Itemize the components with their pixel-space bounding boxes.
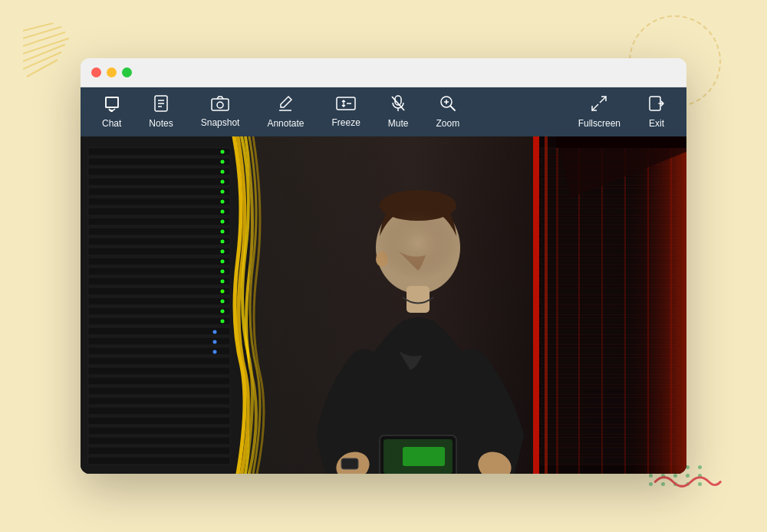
svg-rect-55 <box>88 407 230 415</box>
snapshot-icon <box>211 96 229 113</box>
exit-label: Exit <box>649 118 664 129</box>
svg-point-137 <box>349 194 487 317</box>
svg-point-78 <box>221 290 225 294</box>
svg-rect-91 <box>403 447 445 466</box>
svg-rect-136 <box>556 136 686 148</box>
svg-rect-53 <box>88 387 230 395</box>
svg-rect-30 <box>88 158 230 166</box>
svg-point-72 <box>221 260 225 264</box>
svg-rect-42 <box>88 277 230 285</box>
svg-point-67 <box>221 210 225 214</box>
svg-rect-40 <box>88 258 230 265</box>
decorative-lines <box>23 23 84 84</box>
svg-line-25 <box>592 104 598 110</box>
svg-rect-41 <box>88 268 230 275</box>
toolbar-item-exit[interactable]: Exit <box>634 95 679 129</box>
notes-label: Notes <box>149 118 173 129</box>
svg-point-66 <box>221 200 225 204</box>
svg-line-6 <box>27 60 58 77</box>
freeze-icon <box>336 96 356 113</box>
browser-window: Chat Notes Snapshot <box>81 58 686 474</box>
toolbar-item-notes[interactable]: Notes <box>135 87 186 136</box>
annotate-icon <box>278 95 293 114</box>
svg-line-2 <box>23 32 65 46</box>
toolbar-item-fullscreen[interactable]: Fullscreen <box>565 95 634 129</box>
svg-rect-48 <box>88 337 230 345</box>
svg-rect-7 <box>106 97 118 107</box>
toolbar-item-mute[interactable]: Mute <box>374 87 423 136</box>
chat-label: Chat <box>102 118 121 129</box>
svg-rect-36 <box>88 218 230 225</box>
svg-point-76 <box>221 270 225 274</box>
toolbar-item-zoom[interactable]: Zoom <box>423 87 474 136</box>
svg-rect-57 <box>88 427 230 435</box>
chat-icon <box>104 95 120 114</box>
fullscreen-label: Fullscreen <box>578 118 621 129</box>
svg-point-73 <box>213 330 217 334</box>
svg-rect-52 <box>88 377 230 385</box>
window-controls <box>91 67 132 77</box>
svg-rect-31 <box>88 168 230 176</box>
svg-rect-29 <box>88 148 230 156</box>
svg-rect-50 <box>88 357 230 365</box>
svg-point-80 <box>221 310 225 314</box>
svg-rect-34 <box>88 198 230 205</box>
svg-rect-15 <box>337 97 355 110</box>
svg-rect-44 <box>88 297 230 305</box>
freeze-label: Freeze <box>331 117 360 128</box>
annotate-label: Annotate <box>267 118 304 129</box>
svg-rect-58 <box>88 437 230 445</box>
svg-rect-60 <box>88 457 230 465</box>
svg-point-75 <box>213 350 217 354</box>
svg-rect-43 <box>88 287 230 295</box>
svg-point-81 <box>221 320 225 323</box>
toolbar: Chat Notes Snapshot <box>81 87 686 136</box>
toolbar-item-freeze[interactable]: Freeze <box>318 87 374 136</box>
svg-rect-46 <box>88 317 230 325</box>
svg-point-62 <box>221 160 225 164</box>
svg-point-63 <box>221 170 225 174</box>
svg-rect-54 <box>88 397 230 405</box>
mute-label: Mute <box>388 118 409 129</box>
svg-rect-33 <box>88 188 230 195</box>
snapshot-label: Snapshot <box>201 117 240 128</box>
toolbar-item-annotate[interactable]: Annotate <box>253 87 318 136</box>
exit-icon <box>648 95 665 114</box>
zoom-label: Zoom <box>436 118 460 129</box>
svg-rect-32 <box>88 178 230 186</box>
minimize-button[interactable] <box>107 67 117 77</box>
svg-rect-35 <box>88 208 230 215</box>
svg-point-64 <box>221 180 225 184</box>
toolbar-item-snapshot[interactable]: Snapshot <box>187 87 254 136</box>
toolbar-item-chat[interactable]: Chat <box>88 87 135 136</box>
notes-icon <box>153 95 169 114</box>
svg-rect-51 <box>88 367 230 375</box>
maximize-button[interactable] <box>122 67 132 77</box>
svg-line-0 <box>23 23 54 31</box>
svg-point-65 <box>221 190 225 194</box>
svg-point-13 <box>217 102 223 108</box>
svg-point-70 <box>221 240 225 244</box>
zoom-icon <box>439 95 456 114</box>
svg-point-69 <box>221 230 225 234</box>
svg-point-77 <box>221 280 225 284</box>
svg-rect-39 <box>88 248 230 255</box>
svg-rect-56 <box>88 417 230 425</box>
svg-point-71 <box>221 250 225 254</box>
title-bar <box>81 58 686 87</box>
svg-point-74 <box>213 340 217 344</box>
svg-rect-59 <box>88 447 230 455</box>
close-button[interactable] <box>91 67 101 77</box>
mute-icon <box>390 95 406 114</box>
svg-rect-49 <box>88 347 230 355</box>
svg-line-21 <box>450 106 455 110</box>
svg-point-68 <box>221 220 225 224</box>
svg-rect-45 <box>88 307 230 315</box>
svg-rect-47 <box>88 327 230 335</box>
svg-point-79 <box>221 300 225 304</box>
svg-rect-37 <box>88 228 230 235</box>
scene-background <box>81 136 686 474</box>
toolbar-right: Fullscreen Exit <box>565 95 679 129</box>
svg-point-61 <box>221 150 225 154</box>
video-feed <box>81 136 686 474</box>
